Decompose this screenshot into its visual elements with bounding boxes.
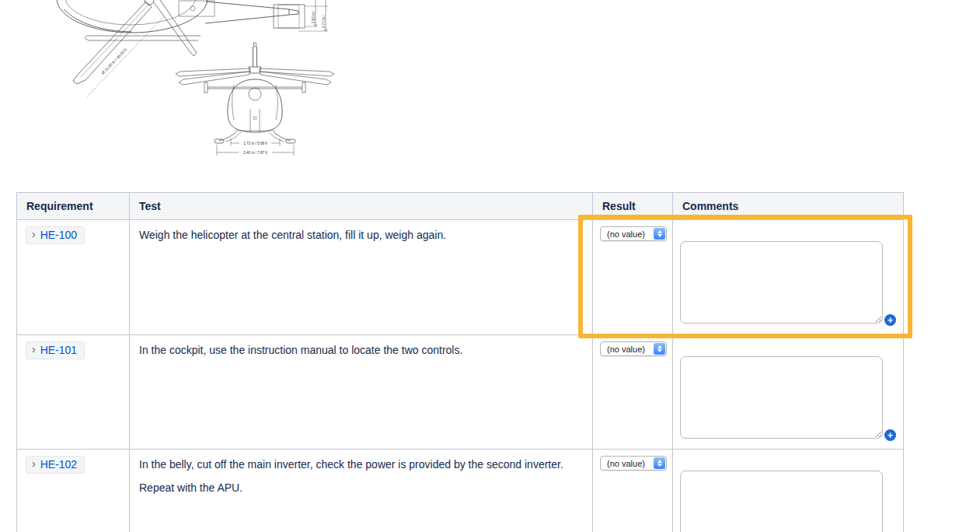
test-description: Repeat with the APU. [130,472,592,495]
add-comment-button[interactable]: + [884,314,896,326]
column-header-requirement: Requirement [17,193,130,220]
comment-textarea[interactable] [680,356,883,439]
helicopter-front-view: 1.73 m / 5.68 ft 2.40 m / 7.87 ft [176,43,334,156]
dim-right-1-label: 2.60 m / [312,10,316,23]
add-comment-button[interactable]: + [884,429,896,441]
column-header-test: Test [130,193,593,220]
column-header-comments: Comments [673,193,904,220]
select-stepper-icon [654,343,665,355]
rotor-diameter-label: Ø 11.00 m / 36.09 ft [100,47,127,75]
table-row-he-102: › HE-102 In the belly, cut off the main … [17,450,904,532]
chevron-right-icon: › [32,229,36,240]
helicopter-diagram: Ø 11.00 m / 36.09 ft 2.60 m / 2.77 m / [16,0,342,162]
select-stepper-icon [654,228,665,240]
requirement-key-badge[interactable]: › HE-101 [26,341,85,359]
requirement-link[interactable]: HE-101 [40,344,77,356]
page: Ø 11.00 m / 36.09 ft 2.60 m / 2.77 m / [0,0,980,532]
requirement-key-badge[interactable]: › HE-102 [26,456,85,474]
result-select-value: (no value) [601,229,654,239]
result-select-value: (no value) [601,459,654,468]
test-description: Weigh the helicopter at the central stat… [130,220,592,243]
chevron-right-icon: › [32,458,36,469]
result-select[interactable]: (no value) [600,226,667,241]
comment-textarea[interactable] [680,241,883,324]
column-header-result: Result [593,193,673,220]
test-description: In the belly, cut off the main inverter,… [130,450,592,472]
dim-right-2-label: 2.77 m / [322,15,326,28]
result-select[interactable]: (no value) [600,456,667,471]
chevron-right-icon: › [32,344,36,355]
table-row-he-100: › HE-100 Weigh the helicopter at the cen… [17,220,904,335]
table-row-he-101: › HE-101 In the cockpit, use the instruc… [17,335,904,450]
front-track-inner-label: 1.73 m / 5.68 ft [243,142,267,145]
front-track-outer-label: 2.40 m / 7.87 ft [243,151,267,155]
comment-textarea[interactable] [680,471,883,532]
result-select-value: (no value) [601,345,654,354]
requirement-link[interactable]: HE-102 [40,458,77,471]
test-description: In the cockpit, use the instruction manu… [130,335,592,358]
test-requirements-table: Requirement Test Result Comments › HE-10… [16,192,904,532]
helicopter-top-view: Ø 11.00 m / 36.09 ft 2.60 m / 2.77 m / [57,0,328,96]
result-select[interactable]: (no value) [600,341,667,356]
requirement-link[interactable]: HE-100 [40,229,77,241]
select-stepper-icon [654,457,665,469]
table-header-row: Requirement Test Result Comments [17,193,904,220]
requirement-key-badge[interactable]: › HE-100 [26,226,85,244]
